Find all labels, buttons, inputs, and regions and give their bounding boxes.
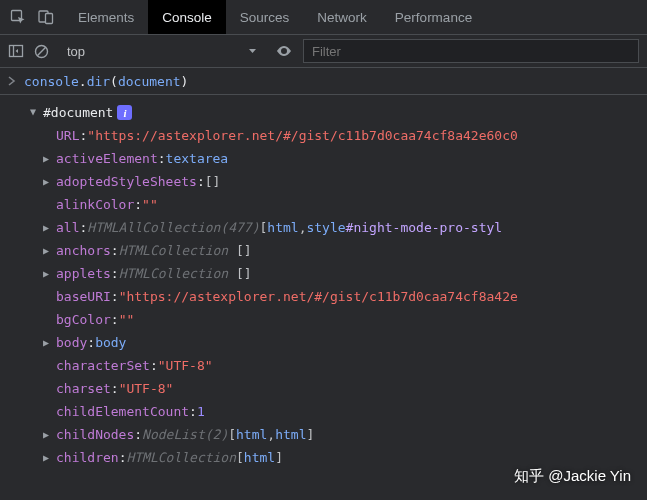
prop-child-nodes[interactable]: ▶ childNodes: NodeList(2) [html, html] — [30, 423, 647, 446]
chevron-right-icon — [8, 74, 16, 89]
prop-all[interactable]: ▶ all: HTMLAllCollection(477) [html, sty… — [30, 216, 647, 239]
console-sidebar-toggle-icon[interactable] — [8, 43, 24, 59]
watermark: 知乎 @Jackie Yin — [514, 467, 631, 486]
prop-active-element[interactable]: ▶ activeElement: textarea — [30, 147, 647, 170]
inspect-element-icon[interactable] — [10, 9, 26, 25]
prop-base-uri[interactable]: baseURI: "https://astexplorer.net/#/gist… — [30, 285, 647, 308]
info-icon[interactable]: i — [117, 105, 132, 120]
prop-applets[interactable]: ▶ applets: HTMLCollection [] — [30, 262, 647, 285]
object-header[interactable]: ▼ #document i — [30, 101, 647, 124]
clear-console-icon[interactable] — [34, 44, 49, 59]
context-label: top — [67, 44, 85, 59]
prop-charset[interactable]: charset: "UTF-8" — [30, 377, 647, 400]
devtools-tab-bar: Elements Console Sources Network Perform… — [0, 0, 647, 35]
prop-anchors[interactable]: ▶ anchors: HTMLCollection [] — [30, 239, 647, 262]
triangle-right-icon: ▶ — [43, 423, 53, 446]
prop-children[interactable]: ▶ children: HTMLCollection [html] — [30, 446, 647, 469]
triangle-right-icon: ▶ — [43, 331, 53, 354]
triangle-right-icon: ▶ — [43, 262, 53, 285]
chevron-down-icon — [248, 47, 257, 56]
triangle-right-icon: ▶ — [43, 170, 53, 193]
console-command-row: console.dir(document) — [0, 68, 647, 95]
tab-performance[interactable]: Performance — [381, 0, 486, 34]
prop-bg-color[interactable]: bgColor: "" — [30, 308, 647, 331]
console-filter-input[interactable] — [303, 39, 639, 63]
tab-network[interactable]: Network — [303, 0, 381, 34]
prop-url[interactable]: URL: "https://astexplorer.net/#/gist/c11… — [30, 124, 647, 147]
prop-alink-color[interactable]: alinkColor: "" — [30, 193, 647, 216]
console-output: ▼ #document i URL: "https://astexplorer.… — [0, 95, 647, 469]
tab-console[interactable]: Console — [148, 0, 226, 34]
triangle-right-icon: ▶ — [43, 239, 53, 262]
prop-character-set[interactable]: characterSet: "UTF-8" — [30, 354, 647, 377]
console-toolbar: top — [0, 35, 647, 68]
triangle-right-icon: ▶ — [43, 147, 53, 170]
triangle-right-icon: ▶ — [43, 446, 53, 469]
tab-elements[interactable]: Elements — [64, 0, 148, 34]
triangle-right-icon: ▶ — [43, 216, 53, 239]
command-text: console.dir(document) — [24, 74, 188, 89]
execution-context-select[interactable]: top — [59, 40, 265, 62]
live-expression-icon[interactable] — [275, 42, 293, 60]
prop-child-element-count[interactable]: childElementCount: 1 — [30, 400, 647, 423]
prop-adopted-style-sheets[interactable]: ▶ adoptedStyleSheets: [] — [30, 170, 647, 193]
svg-rect-2 — [46, 14, 53, 24]
device-toolbar-icon[interactable] — [38, 9, 54, 25]
prop-body[interactable]: ▶ body: body — [30, 331, 647, 354]
triangle-down-icon: ▼ — [30, 100, 40, 123]
tab-sources[interactable]: Sources — [226, 0, 304, 34]
